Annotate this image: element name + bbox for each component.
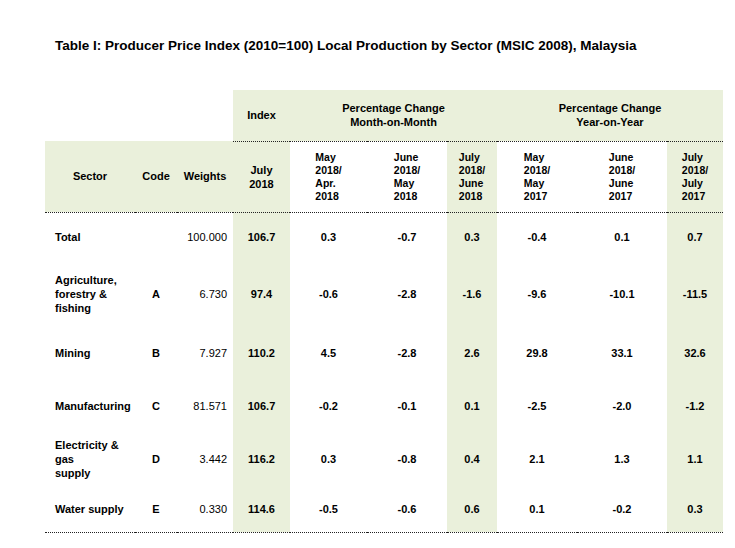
index-group-label: Index xyxy=(247,109,276,121)
yoy-june-label: June 2018/ June 2017 xyxy=(609,151,635,203)
table-row: Water supplyE0.330114.6-0.5-0.60.60.1-0.… xyxy=(45,486,723,532)
yoy-may-value-cell: 29.8 xyxy=(497,326,577,380)
yoy-july-value-cell: 1.1 xyxy=(667,432,723,486)
yoy-june-value-cell: 1.3 xyxy=(577,432,667,486)
sector-cell: Mining xyxy=(45,326,135,380)
mom-may-value-cell: 0.3 xyxy=(290,432,367,486)
code-cell: A xyxy=(135,262,177,326)
mom-may-value-cell: -0.6 xyxy=(290,262,367,326)
mom-may-value-cell: 4.5 xyxy=(290,326,367,380)
group-header-row: Index Percentage Change Month-on-Month P… xyxy=(45,90,723,141)
code-cell xyxy=(135,212,177,262)
weights-cell: 7.927 xyxy=(177,326,233,380)
index-value-cell: 110.2 xyxy=(233,326,290,380)
column-header-yoy-may: May 2018/ May 2017 xyxy=(497,141,577,212)
yoy-july-value-cell: 32.6 xyxy=(667,326,723,380)
page: Table I: Producer Price Index (2010=100)… xyxy=(0,0,735,548)
page-title: Table I: Producer Price Index (2010=100)… xyxy=(55,38,637,53)
mom-june-value-cell: -0.7 xyxy=(367,212,447,262)
column-header-weights: Weights xyxy=(177,141,233,212)
yoy-may-value-cell: -9.6 xyxy=(497,262,577,326)
yoy-july-value-cell: -1.2 xyxy=(667,380,723,432)
ppi-table: Index Percentage Change Month-on-Month P… xyxy=(45,90,723,533)
column-header-row: Sector Code Weights July 2018 May 2018/ … xyxy=(45,141,723,212)
yoy-group-label: Percentage Change Year-on-Year xyxy=(559,102,662,128)
yoy-june-value-cell: 0.1 xyxy=(577,212,667,262)
yoy-may-value-cell: -2.5 xyxy=(497,380,577,432)
code-cell: E xyxy=(135,486,177,532)
table-body: Total100.000106.70.3-0.70.3-0.40.10.7Agr… xyxy=(45,212,723,532)
column-header-yoy-july: July 2018/ July 2017 xyxy=(667,141,723,212)
mom-may-value-cell: 0.3 xyxy=(290,212,367,262)
table-row: Electricity & gas supplyD3.442116.20.3-0… xyxy=(45,432,723,486)
sector-cell: Manufacturing xyxy=(45,380,135,432)
yoy-june-value-cell: -10.1 xyxy=(577,262,667,326)
group-header-index: Index xyxy=(233,90,290,141)
column-header-mom-june: June 2018/ May 2018 xyxy=(367,141,447,212)
column-header-sector: Sector xyxy=(45,141,135,212)
mom-june-label: June 2018/ May 2018 xyxy=(394,151,420,203)
yoy-may-label: May 2018/ May 2017 xyxy=(524,151,550,203)
column-header-yoy-june: June 2018/ June 2017 xyxy=(577,141,667,212)
code-cell: D xyxy=(135,432,177,486)
yoy-may-value-cell: -0.4 xyxy=(497,212,577,262)
weights-cell: 3.442 xyxy=(177,432,233,486)
index-value-cell: 106.7 xyxy=(233,380,290,432)
code-cell: C xyxy=(135,380,177,432)
group-header-yoy: Percentage Change Year-on-Year xyxy=(497,90,723,141)
weights-cell: 0.330 xyxy=(177,486,233,532)
index-value-cell: 114.6 xyxy=(233,486,290,532)
yoy-july-value-cell: -11.5 xyxy=(667,262,723,326)
sector-cell: Water supply xyxy=(45,486,135,532)
yoy-june-value-cell: 33.1 xyxy=(577,326,667,380)
mom-june-value-cell: -2.8 xyxy=(367,262,447,326)
column-header-code: Code xyxy=(135,141,177,212)
index-value-cell: 106.7 xyxy=(233,212,290,262)
group-header-spacer xyxy=(45,90,233,141)
sector-cell: Electricity & gas supply xyxy=(45,432,135,486)
table-row: Total100.000106.70.3-0.70.3-0.40.10.7 xyxy=(45,212,723,262)
yoy-may-value-cell: 2.1 xyxy=(497,432,577,486)
mom-may-label: May 2018/ Apr. 2018 xyxy=(315,151,341,203)
weights-cell: 6.730 xyxy=(177,262,233,326)
mom-july-label: July 2018/ June 2018 xyxy=(459,151,485,203)
column-header-mom-may: May 2018/ Apr. 2018 xyxy=(290,141,367,212)
yoy-june-value-cell: -2.0 xyxy=(577,380,667,432)
mom-group-label: Percentage Change Month-on-Month xyxy=(342,102,445,128)
yoy-may-value-cell: 0.1 xyxy=(497,486,577,532)
code-cell: B xyxy=(135,326,177,380)
mom-july-value-cell: 0.6 xyxy=(447,486,497,532)
mom-july-value-cell: 0.3 xyxy=(447,212,497,262)
sector-cell: Total xyxy=(45,212,135,262)
yoy-july-label: July 2018/ July 2017 xyxy=(682,151,708,203)
index-value-cell: 116.2 xyxy=(233,432,290,486)
mom-july-value-cell: 0.1 xyxy=(447,380,497,432)
mom-july-value-cell: 0.4 xyxy=(447,432,497,486)
mom-june-value-cell: -0.8 xyxy=(367,432,447,486)
weights-cell: 81.571 xyxy=(177,380,233,432)
yoy-july-value-cell: 0.3 xyxy=(667,486,723,532)
mom-may-value-cell: -0.5 xyxy=(290,486,367,532)
yoy-july-value-cell: 0.7 xyxy=(667,212,723,262)
table-row: Agriculture, forestry & fishingA6.73097.… xyxy=(45,262,723,326)
mom-july-value-cell: 2.6 xyxy=(447,326,497,380)
table-row: MiningB7.927110.24.5-2.82.629.833.132.6 xyxy=(45,326,723,380)
weights-cell: 100.000 xyxy=(177,212,233,262)
mom-june-value-cell: -0.1 xyxy=(367,380,447,432)
mom-june-value-cell: -2.8 xyxy=(367,326,447,380)
mom-july-value-cell: -1.6 xyxy=(447,262,497,326)
mom-june-value-cell: -0.6 xyxy=(367,486,447,532)
mom-may-value-cell: -0.2 xyxy=(290,380,367,432)
column-header-index-period: July 2018 xyxy=(233,141,290,212)
table-row: ManufacturingC81.571106.7-0.2-0.10.1-2.5… xyxy=(45,380,723,432)
sector-cell: Agriculture, forestry & fishing xyxy=(45,262,135,326)
column-header-mom-july: July 2018/ June 2018 xyxy=(447,141,497,212)
yoy-june-value-cell: -0.2 xyxy=(577,486,667,532)
index-value-cell: 97.4 xyxy=(233,262,290,326)
group-header-mom: Percentage Change Month-on-Month xyxy=(290,90,497,141)
